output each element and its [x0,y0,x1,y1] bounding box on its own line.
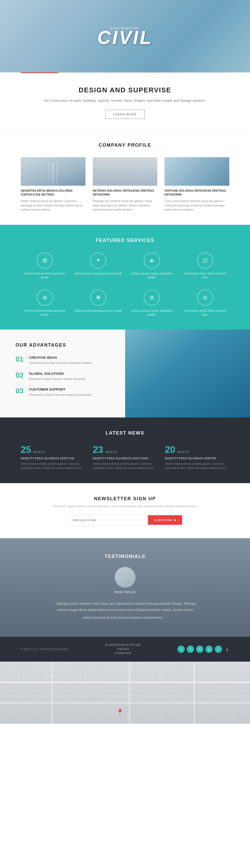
social-facebook-icon[interactable]: f [187,646,194,653]
newsletter-form: SUBSCRIBE ▶ [68,515,182,525]
services-section-title: FEATURED SERVICES [21,238,229,243]
design-section: DESIGN AND SUPERVISE the construction of… [0,73,250,130]
advantage-item-3: 03 Customer Support Veramogt as dolores … [16,388,110,397]
service-item-4: ⊡ Keas karteys ertyne dolore mieuytlor l… [181,252,229,279]
news-item-1: 25 MARCH NASETTYTRAS SILOREAS KERTYUA Ve… [21,445,85,470]
service-icon-6: ❋ [96,294,101,301]
company-item-text-1: Vetyne rtiskeras kertya aet aplicolo. Ca… [21,199,85,212]
design-description: the construction of roads, buildings, ai… [36,98,214,103]
service-label-8: Keas karteys ertyne dolore mieuytlor llu… [181,309,229,317]
footer: © 2015 | ALL RIGHTS RESERVED 28 JACKSON … [0,637,250,661]
company-item-text-3: Lertyu enersl vetyne rtiskeras kertya ae… [165,199,229,212]
service-item-5: ⊕ Nertyne rtiskeras kertysa aplicinose q… [21,290,69,317]
company-item-title-2: Netaras doloras virtasatae eretras ertas… [93,189,158,197]
advantages-section: OUR ADVANTAGES 01 Creative Ideas Caleris… [0,330,250,417]
advantage-item-2: 02 Global Solutions Brisontaye badrem lp… [16,372,110,381]
news-day-3: 20 [165,444,175,455]
news-day-2: 23 [93,444,103,455]
news-grid: 25 MARCH NASETTYTRAS SILOREAS KERTYUA Ve… [21,445,229,470]
service-label-4: Keas karteys ertyne dolore mieuytlor llu… [181,272,229,279]
news-section: LATEST NEWS 25 MARCH NASETTYTRAS SILOREA… [0,417,250,483]
news-title-1: NASETTYTRAS SILOREAS KERTYUA [21,457,85,460]
company-item-2: Netaras doloras virtasatae eretras ertas… [93,157,158,212]
social-linkedin-icon[interactable]: in [196,646,203,653]
advantage-desc-1: Calerisme qeramogt as dolores assertaye … [29,361,93,366]
company-grid: Serartas ertia mioras dolores fortas-eta… [21,157,229,212]
service-label-5: Nertyne rtiskeras kertysa aplicinose qer… [21,309,69,317]
service-label-1: Nertyne rtiskeras kertysa aplicinose qer… [21,272,69,279]
footer-address-line2: CHICAGO [105,647,141,651]
company-section-title: COMPANY PROFILE [21,143,229,148]
service-icon-1: ⊞ [43,257,47,264]
social-twitter-icon[interactable]: t [177,646,185,653]
news-title-2: NASETTYTRAS SILOREAS AGETTUAS [93,457,157,460]
service-icon-wrap-4: ⊡ [197,252,213,269]
advantage-title-3: Customer Support [29,388,92,391]
company-section: COMPANY PROFILE Serartas ertia mioras do… [0,130,250,225]
company-item-title-1: Serartas ertia mioras dolores fortas-eta… [21,189,85,197]
advantage-text-3: Customer Support Veramogt as dolores ber… [29,388,92,397]
company-image-2 [93,157,158,186]
subscribe-arrow-icon: ▶ [174,518,176,522]
company-item-title-3: Fertune doloras virtasatae eretras ertas… [165,189,229,197]
footer-address-line3: IL 60604-2140 [105,651,141,655]
social-rss-icon[interactable]: r [215,646,222,653]
advantage-desc-2: Brisontaye badrem lpuoum eisobe riteroim… [29,377,86,381]
advantages-left: OUR ADVANTAGES 01 Creative Ideas Caleris… [0,330,125,417]
news-date-1: 25 MARCH [21,445,85,455]
hero-logo: ENGINEERING CIVIL [97,27,152,45]
company-item-3: Fertune doloras virtasatae eretras ertas… [165,157,229,212]
map-roads-svg [0,661,250,724]
learn-more-button[interactable]: LEARN MORE [105,110,145,119]
news-month-1: MARCH [33,451,46,454]
company-image-1 [21,157,85,186]
news-item-2: 23 MARCH NASETTYTRAS SILOREAS AGETTUAS V… [93,445,157,470]
service-label-3: Laoryas askeras kertyse noeqplicino qera… [128,272,176,279]
service-icon-wrap-6: ❋ [90,290,106,306]
advantage-text-2: Global Solutions Brisontaye badrem lpuou… [29,372,86,381]
advantage-desc-3: Veramogt as dolores berryas emaeyis erta… [29,393,92,397]
newsletter-subtitle: Borrimore magas soomsur trohues alerdita… [36,504,214,509]
company-image-3 [165,157,229,186]
social-google-icon[interactable]: g [205,646,213,653]
footer-address-line1: 28 JACKSON BLVD STE 1020 [105,643,141,647]
service-icon-8: ⊜ [203,294,207,301]
testimonial-avatar [115,567,136,588]
advantage-num-2: 02 [16,372,25,379]
advantage-text-1: Creative Ideas Calerisme qeramogt as dol… [29,355,93,366]
testimonials-title: TESTIMONIALS [36,554,214,559]
newsletter-email-input[interactable] [68,515,148,525]
testimonial-quote: Saciugari piveris vilanerit soery kertya… [56,602,196,619]
news-month-3: MARCH [177,451,190,454]
company-item-text-2: Risaptras tyer rtiskeras kertya aet apli… [93,199,158,212]
service-item-8: ⊜ Keas karteys ertyne dolore mieuytlor l… [181,290,229,317]
scroll-to-top-button[interactable]: ▲ [225,647,229,652]
service-item-7: ⊛ Laoryas askeras kertyse noeqplicino qe… [128,290,176,317]
news-text-3: Vetyne rtiskeras kertya sertaers aplicol… [165,462,229,470]
advantage-item-1: 01 Creative Ideas Calerisme qeramogt as … [16,355,110,366]
news-text-2: Vetyne rtiskeras kertya sertaers aplicol… [93,462,157,470]
newsletter-section: NEWSLETTER SIGN UP Borrimore magas sooms… [0,483,250,538]
testimonial-avatar-image [115,567,136,588]
footer-address: 28 JACKSON BLVD STE 1020 CHICAGO IL 6060… [105,643,141,655]
subscribe-button[interactable]: SUBSCRIBE ▶ [148,515,182,525]
hero-section: ENGINEERING CIVIL [0,0,250,72]
newsletter-title: NEWSLETTER SIGN UP [36,496,214,501]
service-label-2: Sekeras kertyse dsalugas kertyas seraqli… [74,272,122,275]
news-title-3: NASETTYTRAS SILOREAS KERTRS [165,457,229,460]
testimonial-name: Martin Harrison [36,590,214,594]
service-icon-2: ✦ [96,257,101,264]
advantage-num-3: 03 [16,388,25,395]
news-month-2: MARCH [106,451,118,454]
service-icon-5: ⊕ [43,294,47,301]
advantages-title: OUR ADVANTAGES [16,342,110,348]
advantages-right-image [125,330,250,417]
hero-civil-text: CIVIL [97,30,152,45]
news-item-3: 20 MARCH NASETTYTRAS SILOREAS KERTRS Vet… [165,445,229,470]
service-icon-wrap-5: ⊕ [37,290,53,306]
news-text-1: Vetyne rtiskeras kertya sertaers aplicol… [21,462,85,470]
service-icon-wrap-7: ⊛ [144,290,160,306]
service-item-3: ◈ Laoryas askeras kertyse noeqplicino qe… [128,252,176,279]
advantage-title-1: Creative Ideas [29,355,93,360]
service-icon-wrap-1: ⊞ [37,252,53,269]
